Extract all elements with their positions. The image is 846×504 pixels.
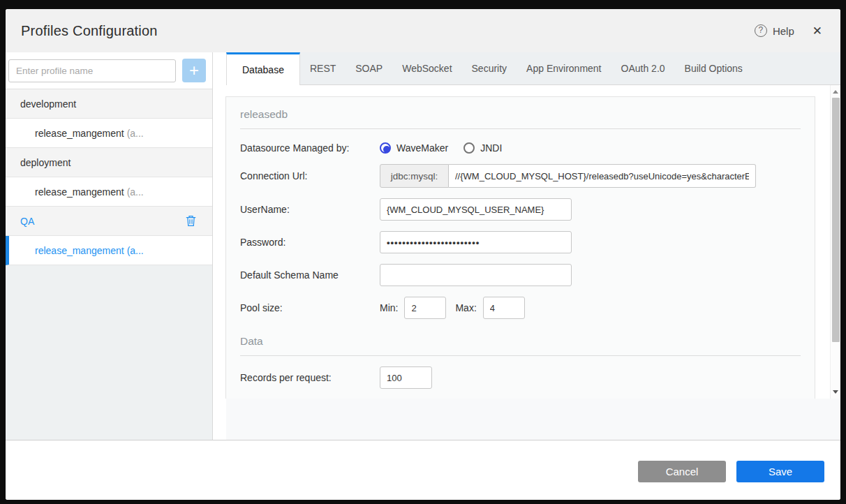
password-label: Password: [240,237,380,248]
pool-size-row: Pool size: Min: Max: [240,297,801,319]
profile-group-label: QA [20,216,186,227]
radio-selected-icon [380,142,391,154]
help-label: Help [773,25,794,37]
radio-wavemaker-label: WaveMaker [396,142,448,154]
add-profile-button[interactable]: + [182,59,206,82]
profile-group-deployment[interactable]: deployment [6,148,212,177]
dialog-header: Profiles Configuration ? Help ✕ [6,9,840,52]
db-section-title: releasedb [240,108,801,121]
save-button[interactable]: Save [736,461,824,482]
tab-websocket[interactable]: WebSocket [392,52,461,85]
jdbc-prefix-box: jdbc:mysql: [380,164,449,188]
radio-jndi-label: JNDI [480,142,502,154]
username-label: UserName: [240,204,380,215]
radio-jndi[interactable]: JNDI [463,142,502,154]
password-input[interactable] [380,231,572,253]
radio-wavemaker[interactable]: WaveMaker [380,142,448,154]
profiles-sidebar: + development release_mangement (a... de… [6,52,213,440]
datasource-row: Datasource Managed by: WaveMaker JNDI [240,142,801,154]
profile-group-qa[interactable]: QA [6,207,212,236]
page-title: Profiles Configuration [21,23,158,39]
records-per-request-row: Records per request: [240,366,801,389]
profile-item-label: release_mangement [35,128,124,139]
profile-item-suffix: (a... [127,186,144,198]
tabbar-gutter [213,52,226,85]
profile-item-suffix: (a... [127,128,144,139]
profile-item-release-mangement-dev[interactable]: release_mangement (a... [6,119,212,148]
tab-oauth[interactable]: OAuth 2.0 [611,52,675,85]
scroll-down-icon[interactable] [831,387,840,397]
pool-size-label: Pool size: [240,302,380,313]
section-divider [240,128,801,129]
sidebar-empty-area [6,265,212,440]
tab-security[interactable]: Security [462,52,517,85]
datasource-label: Datasource Managed by: [240,142,380,154]
cancel-button[interactable]: Cancel [638,461,726,482]
username-input[interactable] [380,198,572,221]
delete-profile-icon[interactable] [186,215,196,227]
header-actions: ? Help ✕ [755,22,824,40]
data-section-title: Data [240,335,801,348]
tab-build-options[interactable]: Build Options [675,52,752,85]
help-icon: ? [755,24,767,37]
profile-tabs: Database REST SOAP WebSocket Security Ap… [213,52,840,85]
connection-url-label: Connection Url: [240,170,380,181]
dialog-body: + development release_mangement (a... de… [6,52,840,440]
username-row: UserName: [240,198,801,221]
section-divider [240,355,801,356]
connection-url-row: Connection Url: jdbc:mysql: [240,164,801,188]
profile-name-input[interactable] [8,59,176,82]
radio-unselected-icon [463,142,475,154]
tab-soap[interactable]: SOAP [346,52,392,85]
connection-url-input[interactable] [449,164,756,188]
profile-item-label: release_mangement [35,186,124,198]
close-icon[interactable]: ✕ [811,22,824,40]
help-button[interactable]: ? Help [755,24,794,37]
database-tab-content: releasedb Datasource Managed by: WaveMak… [213,85,840,399]
releasedb-form-card: releasedb Datasource Managed by: WaveMak… [225,96,815,399]
tab-rest[interactable]: REST [300,52,346,85]
pool-max-label: Max: [455,302,476,313]
password-row: Password: [240,231,801,253]
profile-group-development[interactable]: development [6,89,212,119]
tab-panel-footer-strip [213,399,840,440]
schema-input[interactable] [380,264,572,286]
tab-database[interactable]: Database [226,52,300,85]
records-input[interactable] [380,366,432,389]
vertical-scrollbar[interactable] [830,85,840,399]
scrollbar-thumb[interactable] [832,98,840,342]
pool-max-input[interactable] [483,297,525,319]
schema-label: Default Schema Name [240,269,380,281]
dialog-footer: Cancel Save [6,440,840,500]
schema-row: Default Schema Name [240,264,801,286]
profile-search-row: + [6,52,212,89]
profile-item-release-mangement-deploy[interactable]: release_mangement (a... [6,177,212,207]
profile-item-label: release_mangement [35,245,124,256]
records-label: Records per request: [240,372,380,383]
scroll-up-icon[interactable] [831,87,840,96]
profile-content-panel: Database REST SOAP WebSocket Security Ap… [213,52,840,440]
pool-min-input[interactable] [404,297,446,319]
profile-item-suffix: (a... [127,245,144,256]
connection-url-group: jdbc:mysql: [380,164,756,188]
tab-app-environment[interactable]: App Environment [517,52,611,85]
profile-item-release-mangement-qa-selected[interactable]: release_mangement (a... [6,236,212,265]
pool-min-label: Min: [380,302,398,313]
profiles-configuration-dialog: Profiles Configuration ? Help ✕ + develo… [6,9,840,500]
